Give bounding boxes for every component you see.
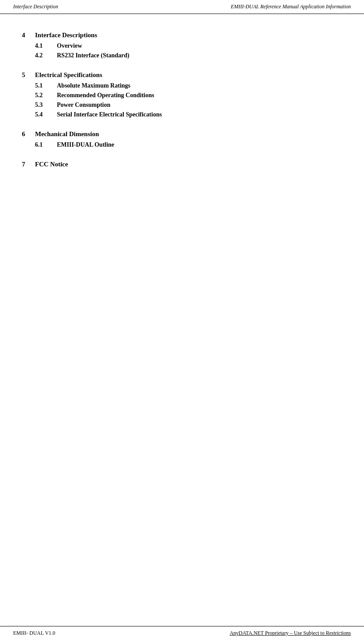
toc-section-number-6: 6 [22, 130, 35, 138]
page-content: 4Interface Descriptions4.1Overview4.2RS2… [0, 14, 364, 207]
toc-section-5: 5Electrical Specifications5.1Absolute Ma… [22, 71, 342, 118]
toc-subsection-title-5.4: Serial Interface Electrical Specificatio… [57, 111, 162, 118]
toc-section-number-5: 5 [22, 71, 35, 79]
toc-subsection-6.1: 6.1EMIII-DUAL Outline [31, 141, 342, 148]
toc-subsection-5.4: 5.4Serial Interface Electrical Specifica… [31, 111, 342, 118]
toc-section-header-7: 7FCC Notice [22, 161, 342, 168]
toc-subsections-6: 6.1EMIII-DUAL Outline [31, 141, 342, 148]
header-right: EMIII-DUAL Reference Manual Application … [231, 4, 351, 10]
toc-subsection-title-4.1: Overview [57, 42, 82, 49]
toc-section-title-5: Electrical Specifications [35, 71, 102, 79]
toc-section-number-7: 7 [22, 161, 35, 168]
toc-container: 4Interface Descriptions4.1Overview4.2RS2… [22, 32, 342, 168]
toc-subsection-number-5.4: 5.4 [35, 111, 57, 118]
toc-subsection-title-5.2: Recommended Operating Conditions [57, 92, 154, 99]
page-footer: EMIII- DUAL V1.0 AnyDATA.NET Proprietary… [0, 626, 364, 640]
toc-subsection-5.3: 5.3Power Consumption [31, 102, 342, 109]
toc-subsection-4.1: 4.1Overview [31, 42, 342, 49]
page-header: Interface Description EMIII-DUAL Referen… [0, 0, 364, 14]
toc-section-6: 6Mechanical Dimension6.1EMIII-DUAL Outli… [22, 130, 342, 148]
toc-section-title-7: FCC Notice [35, 161, 68, 168]
toc-section-header-5: 5Electrical Specifications [22, 71, 342, 79]
toc-subsection-title-4.2: RS232 Interface (Standard) [57, 52, 130, 59]
toc-subsection-number-6.1: 6.1 [35, 141, 57, 148]
toc-section-title-6: Mechanical Dimension [35, 130, 99, 138]
toc-subsection-number-4.2: 4.2 [35, 52, 57, 59]
toc-subsection-title-5.1: Absolute Maximum Ratings [57, 82, 130, 89]
toc-section-title-4: Interface Descriptions [35, 32, 97, 39]
toc-subsection-title-5.3: Power Consumption [57, 102, 110, 109]
toc-subsections-5: 5.1Absolute Maximum Ratings5.2Recommende… [31, 82, 342, 118]
toc-section-header-4: 4Interface Descriptions [22, 32, 342, 39]
toc-subsection-5.2: 5.2Recommended Operating Conditions [31, 92, 342, 99]
toc-subsections-4: 4.1Overview4.2RS232 Interface (Standard) [31, 42, 342, 59]
toc-subsection-number-5.1: 5.1 [35, 82, 57, 89]
toc-section-4: 4Interface Descriptions4.1Overview4.2RS2… [22, 32, 342, 59]
toc-subsection-5.1: 5.1Absolute Maximum Ratings [31, 82, 342, 89]
toc-section-number-4: 4 [22, 32, 35, 39]
header-left: Interface Description [13, 4, 58, 10]
toc-subsection-4.2: 4.2RS232 Interface (Standard) [31, 52, 342, 59]
toc-subsection-title-6.1: EMIII-DUAL Outline [57, 141, 114, 148]
toc-section-header-6: 6Mechanical Dimension [22, 130, 342, 138]
toc-subsection-number-5.2: 5.2 [35, 92, 57, 99]
footer-left: EMIII- DUAL V1.0 [13, 630, 55, 636]
footer-right: AnyDATA.NET Proprietary – Use Subject to… [230, 630, 351, 636]
toc-subsection-number-5.3: 5.3 [35, 102, 57, 109]
toc-section-7: 7FCC Notice [22, 161, 342, 168]
toc-subsection-number-4.1: 4.1 [35, 42, 57, 49]
